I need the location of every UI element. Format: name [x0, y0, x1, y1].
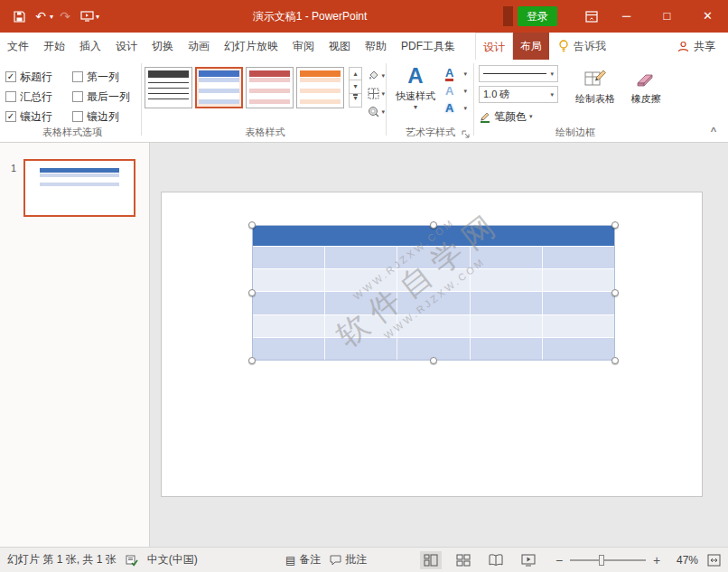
zoom-slider[interactable] — [570, 559, 646, 561]
save-button[interactable] — [9, 5, 29, 28]
selection-handle-top-right[interactable] — [611, 221, 619, 229]
table-cell[interactable] — [397, 315, 470, 337]
selection-handle-middle-right[interactable] — [611, 289, 619, 296]
checkbox-汇总行[interactable]: 汇总行 — [5, 87, 72, 107]
checkbox-镶边列[interactable]: 镶边列 — [72, 107, 139, 127]
tab-视图[interactable]: 视图 — [322, 33, 358, 60]
table-selection[interactable] — [252, 225, 615, 361]
language-indicator[interactable]: 中文(中国) — [147, 552, 198, 567]
maximize-button[interactable]: □ — [647, 0, 687, 33]
tab-插入[interactable]: 插入 — [72, 33, 108, 60]
table-cell[interactable] — [325, 292, 397, 314]
slide-thumbnail[interactable] — [23, 159, 135, 217]
ribbon-display-options-button[interactable] — [577, 0, 606, 33]
quick-styles-button[interactable]: A 快速样式 ▾ — [391, 63, 440, 127]
table-cell[interactable] — [325, 247, 397, 268]
table-cell[interactable] — [325, 338, 397, 360]
minimize-button[interactable]: ─ — [606, 0, 647, 33]
pen-weight-dropdown[interactable]: 1.0 磅 ▾ — [479, 86, 558, 103]
zoom-in-button[interactable]: + — [651, 553, 662, 567]
start-slideshow-button[interactable] — [77, 5, 97, 28]
gallery-scroll-up-button[interactable]: ▴ — [349, 67, 362, 80]
table-style-option-4[interactable] — [296, 67, 344, 108]
draw-table-button[interactable]: 绘制表格 — [571, 63, 620, 128]
pen-style-dropdown[interactable]: ▾ — [479, 65, 558, 82]
table-cell[interactable] — [253, 247, 325, 268]
checkbox-最后一列[interactable]: 最后一列 — [72, 87, 139, 107]
checkbox-标题行[interactable]: ✓标题行 — [5, 67, 72, 87]
close-button[interactable]: ✕ — [687, 0, 728, 33]
slide[interactable]: WWW.RJZXW.COM 软件自学网 WWW.RJZXW.COM — [161, 192, 703, 497]
slide-thumbnail-panel[interactable]: 1 — [0, 143, 150, 547]
table-cell[interactable] — [471, 292, 543, 314]
redo-button[interactable]: ↷ — [55, 5, 75, 28]
tab-动画[interactable]: 动画 — [181, 33, 217, 60]
tab-帮助[interactable]: 帮助 — [358, 33, 394, 60]
tab-切换[interactable]: 切换 — [145, 33, 181, 60]
table-cell[interactable] — [471, 315, 543, 337]
table-row[interactable] — [253, 246, 614, 268]
tab-table-design[interactable]: 设计 — [475, 33, 513, 60]
table-cell[interactable] — [253, 315, 325, 337]
pen-color-button[interactable]: 笔颜色 ▾ — [479, 108, 562, 126]
table-header-row[interactable] — [253, 226, 614, 246]
table-cell[interactable] — [397, 269, 470, 291]
undo-dropdown[interactable]: ▾ — [50, 13, 53, 21]
tab-审阅[interactable]: 审阅 — [285, 33, 322, 60]
table-style-option-3[interactable] — [246, 67, 294, 108]
slide-sorter-view-button[interactable] — [453, 551, 474, 569]
table-cell[interactable] — [397, 292, 470, 314]
eraser-button[interactable]: 橡皮擦 — [621, 63, 670, 128]
gallery-scroll-down-button[interactable]: ▾ — [349, 80, 362, 94]
zoom-out-button[interactable]: − — [554, 553, 565, 567]
selection-handle-bottom-right[interactable] — [611, 357, 619, 364]
table-row[interactable] — [253, 314, 614, 337]
fit-to-window-button[interactable] — [707, 554, 721, 567]
collapse-ribbon-button[interactable]: ^ — [706, 125, 721, 137]
table-cell[interactable] — [543, 338, 614, 360]
reading-view-button[interactable] — [485, 551, 507, 569]
table-row[interactable] — [253, 268, 614, 291]
tell-me-box[interactable]: 告诉我 — [549, 33, 615, 60]
borders-button[interactable]: ▾ — [367, 85, 386, 102]
login-button[interactable]: 登录 — [518, 6, 557, 26]
table-cell[interactable] — [325, 269, 397, 291]
selection-handle-middle-left[interactable] — [248, 289, 256, 296]
text-effects-button[interactable]: A▾ — [443, 99, 469, 117]
table-cell[interactable] — [543, 269, 614, 291]
table-style-option-2[interactable] — [195, 67, 243, 108]
table-cell[interactable] — [253, 292, 325, 314]
table-object[interactable] — [252, 225, 615, 361]
tab-设计[interactable]: 设计 — [108, 33, 145, 60]
selection-handle-top-left[interactable] — [248, 221, 256, 229]
table-cell[interactable] — [543, 247, 614, 268]
undo-button[interactable]: ↶ — [31, 5, 51, 28]
selection-handle-bottom-left[interactable] — [248, 357, 256, 364]
tab-文件[interactable]: 文件 — [0, 33, 36, 60]
selection-handle-top-middle[interactable] — [430, 221, 437, 229]
normal-view-button[interactable] — [420, 551, 442, 569]
spell-check-button[interactable] — [126, 554, 138, 567]
selection-handle-bottom-middle[interactable] — [430, 357, 437, 364]
share-button[interactable]: 共享 — [665, 33, 728, 60]
text-fill-button[interactable]: A▾ — [443, 65, 469, 82]
tab-幻灯片放映[interactable]: 幻灯片放映 — [217, 33, 285, 60]
table-cell[interactable] — [325, 315, 397, 337]
customize-qat-dropdown[interactable]: ▾ — [96, 13, 99, 21]
shading-button[interactable]: ▾ — [367, 67, 386, 84]
gallery-more-button[interactable]: ▾ — [349, 94, 362, 108]
tab-table-layout[interactable]: 布局 — [513, 33, 549, 60]
comments-button[interactable]: 批注 — [330, 552, 367, 567]
slideshow-view-button[interactable] — [518, 551, 539, 569]
notes-button[interactable]: ▤ 备注 — [285, 552, 321, 567]
table-cell[interactable] — [253, 338, 325, 360]
table-cell[interactable] — [471, 247, 543, 268]
table-cell[interactable] — [253, 269, 325, 291]
table-cell[interactable] — [471, 338, 543, 360]
table-cell[interactable] — [397, 247, 470, 268]
table-row[interactable] — [253, 291, 614, 314]
checkbox-镶边行[interactable]: ✓镶边行 — [5, 107, 72, 127]
text-outline-button[interactable]: A▾ — [443, 82, 469, 99]
table-cell[interactable] — [471, 269, 543, 291]
table-cell[interactable] — [543, 315, 614, 337]
